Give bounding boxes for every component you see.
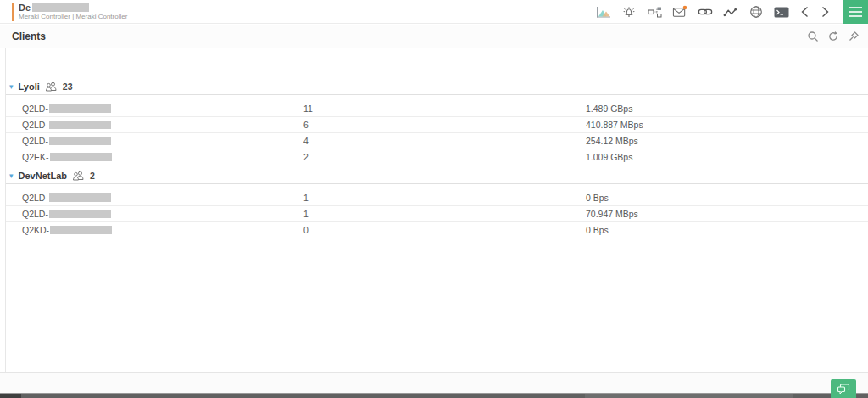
app-header: De Meraki Controller | Meraki Controller — [0, 0, 868, 24]
taskbar-segment — [0, 394, 21, 398]
device-serial-prefix: Q2LD- — [22, 104, 48, 114]
bandwidth-cell: 0 Bps — [586, 193, 868, 203]
group-client-count: 23 — [63, 81, 73, 92]
bandwidth-cell: 0 Bps — [586, 225, 868, 235]
device-serial-prefix: Q2EK- — [22, 152, 49, 162]
bandwidth-cell: 410.887 MBps — [586, 120, 868, 130]
redacted-device-name — [49, 121, 111, 129]
client-count-cell: 1 — [303, 193, 586, 203]
collapse-triangle-icon[interactable]: ▾ — [9, 172, 14, 180]
footer-strip — [0, 372, 868, 393]
table-row[interactable]: Q2LD- 1 0 Bps — [6, 190, 868, 206]
chat-bubbles-icon — [837, 384, 850, 395]
group-header[interactable]: ▾ Lyoli 23 — [6, 79, 868, 95]
area-chart-icon[interactable] — [596, 4, 611, 20]
monitor-type-breadcrumb: Meraki Controller | Meraki Controller — [19, 14, 127, 20]
status-accent-bar — [12, 3, 14, 21]
mail-notification-icon[interactable] — [672, 4, 687, 20]
hamburger-menu-button[interactable] — [843, 0, 868, 24]
page-bar: Clients — [0, 25, 868, 48]
search-icon[interactable] — [806, 31, 819, 43]
header-toolbar — [596, 0, 868, 24]
group-devnetlab: ▾ DevNetLab 2 Q2LD- 1 0 Bps — [6, 168, 868, 238]
page-toolbar — [806, 25, 860, 48]
redacted-device-name — [50, 153, 112, 161]
clients-group-icon — [72, 171, 85, 181]
device-serial-prefix: Q2LD- — [22, 136, 48, 146]
monitor-title: De — [19, 3, 31, 13]
client-count-cell: 4 — [303, 136, 586, 146]
taskbar-edge — [0, 393, 868, 398]
clients-group-icon — [45, 81, 58, 92]
bandwidth-cell: 1.009 GBps — [586, 152, 868, 162]
redacted-device-name — [49, 137, 111, 145]
client-count-cell: 2 — [303, 152, 586, 162]
clients-table: ▾ Lyoli 23 Q2LD- 11 1.489 GBps — [5, 48, 868, 372]
redacted-device-name — [49, 104, 111, 113]
chevron-left-icon[interactable] — [799, 4, 810, 20]
topology-icon[interactable] — [647, 4, 662, 20]
table-row[interactable]: Q2LD- 1 70.947 MBps — [6, 206, 868, 222]
device-serial-prefix: Q2LD- — [22, 209, 48, 219]
device-serial-prefix: Q2LD- — [22, 193, 48, 203]
bandwidth-cell: 254.12 MBps — [586, 136, 868, 146]
redacted-device-name — [49, 193, 111, 202]
clients-monitor-window: De Meraki Controller | Meraki Controller — [0, 0, 868, 398]
page-title: Clients — [12, 31, 46, 42]
chat-support-button[interactable] — [831, 379, 856, 398]
table-row[interactable]: Q2LD- 11 1.489 GBps — [6, 101, 868, 117]
client-count-cell: 11 — [303, 104, 586, 114]
redacted-device-name — [50, 226, 112, 234]
group-client-count: 2 — [90, 171, 95, 181]
terminal-icon[interactable] — [774, 4, 789, 20]
collapse-triangle-icon[interactable]: ▾ — [9, 83, 14, 91]
group-header[interactable]: ▾ DevNetLab 2 — [6, 168, 868, 184]
client-count-cell: 1 — [303, 209, 586, 219]
client-count-cell: 0 — [303, 225, 586, 235]
bandwidth-cell: 70.947 MBps — [586, 209, 868, 219]
group-name: DevNetLab — [19, 171, 67, 181]
group-name: Lyoli — [19, 81, 40, 92]
table-row[interactable]: Q2KD- 0 0 Bps — [6, 222, 868, 238]
pin-icon[interactable] — [847, 31, 860, 43]
table-row[interactable]: Q2EK- 2 1.009 GBps — [6, 149, 868, 165]
client-count-cell: 6 — [303, 120, 586, 130]
group-lyoli: ▾ Lyoli 23 Q2LD- 11 1.489 GBps — [6, 79, 868, 165]
taskbar-segment — [585, 394, 793, 398]
device-serial-prefix: Q2LD- — [22, 120, 48, 130]
monitor-identity[interactable]: De Meraki Controller | Meraki Controller — [12, 3, 127, 21]
alarm-bell-icon[interactable] — [621, 4, 637, 20]
redacted-device-name — [49, 210, 111, 218]
activity-graph-icon[interactable] — [723, 4, 738, 20]
link-icon[interactable] — [698, 4, 713, 20]
chevron-right-icon[interactable] — [820, 4, 830, 20]
redacted-monitor-name — [32, 3, 89, 12]
bandwidth-cell: 1.489 GBps — [586, 104, 868, 114]
globe-icon[interactable] — [748, 4, 764, 20]
table-row[interactable]: Q2LD- 6 410.887 MBps — [6, 117, 868, 133]
table-row[interactable]: Q2LD- 4 254.12 MBps — [6, 133, 868, 149]
refresh-icon[interactable] — [826, 31, 839, 43]
device-serial-prefix: Q2KD- — [22, 225, 49, 235]
